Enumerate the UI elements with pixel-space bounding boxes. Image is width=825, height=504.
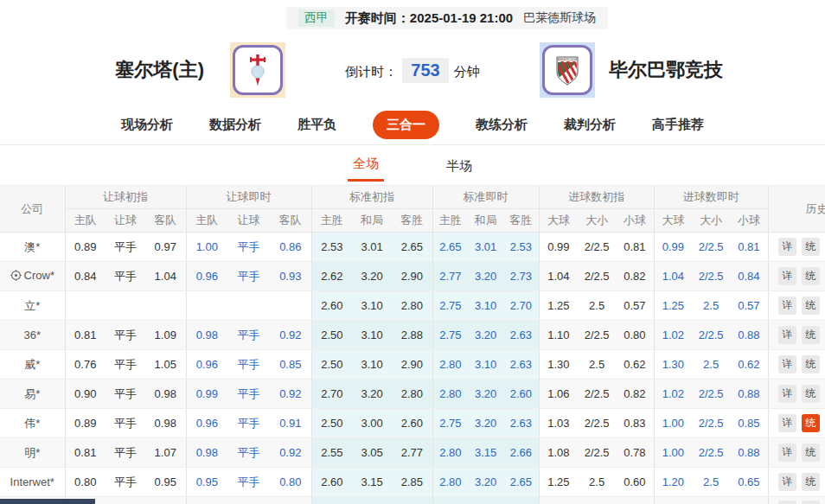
odds-cell: 2.73	[503, 262, 539, 291]
odds-cell: 2.62	[311, 262, 352, 291]
company-cell[interactable]: 易*	[0, 380, 65, 409]
odds-cell	[730, 497, 768, 504]
odds-cell: 2.77	[392, 438, 432, 468]
tab-data-analysis[interactable]: 数据分析	[209, 117, 261, 133]
odds-cell: 2.66	[503, 438, 539, 468]
detail-button[interactable]	[778, 501, 796, 504]
company-cell[interactable]: 威*	[0, 350, 65, 380]
stats-button[interactable]: 统	[802, 238, 820, 256]
table-row: Crow* 0.84 平手 1.04 0.96 平手 0.93 2.62 3.2…	[0, 262, 825, 291]
history-cell: 详统	[768, 291, 825, 321]
subcol-header: 客胜	[392, 209, 432, 233]
odds-cell	[270, 497, 311, 504]
odds-cell: 0.62	[730, 350, 768, 380]
tab-coach-analysis[interactable]: 教练分析	[476, 117, 528, 133]
company-cell[interactable]: Interwet*	[0, 468, 65, 497]
detail-button[interactable]: 详	[778, 238, 796, 256]
stats-button[interactable]: 统	[802, 355, 820, 373]
group-header-goals-live: 进球数即时	[654, 186, 768, 209]
odds-cell: 0.85	[730, 409, 768, 438]
odds-cell: 1.09	[145, 321, 186, 350]
tab-referee-analysis[interactable]: 裁判分析	[564, 117, 616, 133]
odds-cell: 2.60	[392, 409, 432, 438]
odds-cell: 0.81	[65, 438, 106, 468]
odds-cell: 2.60	[503, 380, 539, 409]
odds-cell: 2.80	[432, 468, 468, 497]
odds-cell: 0.57	[616, 291, 654, 321]
odds-cell	[186, 291, 227, 321]
countdown: 倒计时：753分钟	[285, 58, 540, 83]
odds-cell: 2.50	[311, 409, 352, 438]
stats-button[interactable]: 统	[802, 473, 820, 491]
odds-cell: 2.63	[503, 409, 539, 438]
company-cell[interactable]: 伟*	[0, 409, 65, 438]
tab-three-in-one[interactable]: 三合一	[373, 111, 439, 139]
table-row: 立* 2.60 3.10 2.80 2.75 3.10 2.70 1.25 2.…	[0, 291, 825, 321]
odds-cell: 2/2.5	[578, 380, 616, 409]
company-name: Crow*	[24, 269, 54, 282]
company-cell[interactable]: 立*	[0, 291, 65, 321]
celta-crest-icon	[233, 45, 283, 95]
tab-win-draw-lose[interactable]: 胜平负	[297, 117, 336, 133]
odds-cell: 1.04	[539, 262, 578, 291]
detail-button[interactable]: 详	[778, 385, 796, 403]
odds-cell: 1.25	[539, 468, 578, 497]
detail-button[interactable]: 详	[778, 297, 796, 315]
countdown-value: 753	[411, 61, 439, 80]
away-team-block: ATHLETIC CLUB 毕尔巴鄂竞技	[540, 42, 825, 98]
away-team-logo: ATHLETIC CLUB	[540, 42, 595, 98]
tab-expert-picks[interactable]: 高手推荐	[652, 117, 704, 133]
detail-button[interactable]: 详	[778, 443, 796, 462]
odds-cell: 2/2.5	[578, 262, 616, 291]
odds-cell: 2.90	[392, 262, 432, 291]
odds-cell	[654, 497, 692, 504]
odds-cell: 2.77	[432, 262, 468, 291]
company-name: 明*	[24, 446, 40, 459]
subtab-half-match[interactable]: 半场	[441, 153, 477, 182]
stats-button[interactable]: 统	[802, 297, 820, 315]
subcol-header: 主胜	[432, 209, 468, 233]
group-header-handicap-live: 让球即时	[186, 186, 311, 209]
detail-button[interactable]: 详	[778, 473, 796, 491]
odds-cell: 0.89	[65, 409, 106, 438]
col-header-history: 历史	[768, 186, 825, 233]
svg-text:ATHLETIC CLUB: ATHLETIC CLUB	[557, 58, 577, 61]
history-cell: 详统	[768, 233, 825, 262]
odds-cell: 2/2.5	[578, 438, 616, 468]
odds-cell: 2/2.5	[578, 409, 616, 438]
odds-cell: 0.90	[65, 380, 106, 409]
company-cell[interactable]: Crow*	[0, 262, 65, 291]
detail-button[interactable]: 详	[778, 326, 796, 344]
odds-cell: 1.10	[539, 321, 578, 350]
odds-cell: 0.98	[145, 409, 186, 438]
stats-button[interactable]: 统	[802, 385, 820, 403]
stats-button[interactable]: 统	[802, 326, 820, 344]
detail-button[interactable]: 详	[778, 355, 796, 373]
subcol-header: 和局	[468, 209, 503, 233]
odds-cell	[616, 497, 654, 504]
odds-cell: 0.92	[270, 380, 311, 409]
subcol-header: 客队	[270, 209, 311, 233]
table-row: 澳* 0.89 平手 0.97 1.00 平手 0.86 2.53 3.01 2…	[0, 233, 825, 262]
odds-cell	[65, 291, 106, 321]
odds-cell: 2.65	[392, 233, 432, 262]
subtab-full-match[interactable]: 全场	[348, 150, 384, 182]
tab-live-analysis[interactable]: 现场分析	[121, 117, 173, 133]
odds-cell: 0.97	[145, 233, 186, 262]
odds-cell: 0.88	[730, 438, 768, 468]
odds-cell: 0.96	[186, 262, 227, 291]
odds-cell: 0.84	[730, 262, 768, 291]
stats-button[interactable]	[802, 501, 820, 504]
odds-cell: 1.02	[654, 380, 692, 409]
odds-cell: 2.5	[692, 468, 730, 497]
detail-button[interactable]: 详	[778, 267, 796, 285]
stats-button[interactable]: 统	[802, 443, 820, 462]
stats-button[interactable]: 统	[802, 414, 820, 432]
odds-cell: 1.00	[654, 438, 692, 468]
stats-button[interactable]: 统	[802, 267, 820, 285]
company-cell[interactable]: 36*	[0, 321, 65, 350]
detail-button[interactable]: 详	[778, 414, 796, 432]
company-cell[interactable]: 澳*	[0, 233, 65, 262]
company-cell[interactable]: 明*	[0, 438, 65, 468]
odds-cell	[145, 497, 186, 504]
